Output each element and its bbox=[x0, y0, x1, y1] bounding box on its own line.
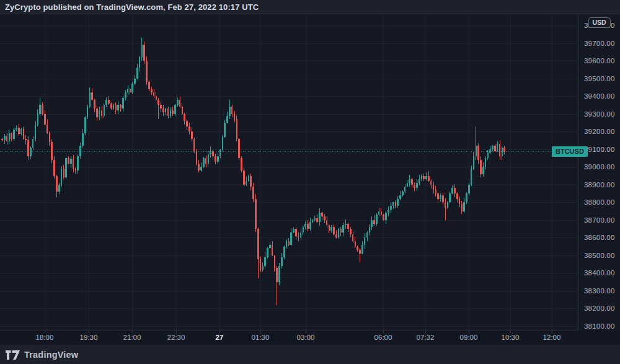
candle bbox=[141, 38, 143, 61]
candle bbox=[388, 206, 389, 216]
candle bbox=[243, 167, 245, 187]
price-tick-label: 39100.00 bbox=[584, 146, 615, 153]
symbol-tag: BTCUSD bbox=[552, 146, 588, 157]
candle bbox=[110, 102, 112, 110]
candle bbox=[157, 98, 159, 119]
candle bbox=[139, 56, 141, 71]
price-tick-label: 38100.00 bbox=[584, 322, 615, 330]
candle bbox=[160, 102, 162, 112]
time-tick-label: 01:30 bbox=[252, 334, 270, 341]
candle bbox=[151, 87, 153, 95]
candle bbox=[252, 183, 254, 202]
candle bbox=[345, 220, 347, 229]
candle bbox=[229, 100, 231, 120]
candle bbox=[355, 237, 356, 248]
candle bbox=[309, 218, 311, 231]
candle bbox=[376, 213, 378, 226]
candle bbox=[117, 101, 119, 114]
candle bbox=[340, 227, 342, 236]
candle bbox=[44, 110, 46, 126]
candle bbox=[392, 202, 394, 209]
candle bbox=[307, 220, 309, 231]
candle bbox=[238, 138, 240, 161]
candle bbox=[485, 156, 487, 169]
price-tick-label: 39300.00 bbox=[584, 110, 615, 118]
candle bbox=[58, 183, 60, 194]
candle bbox=[494, 144, 496, 152]
candle bbox=[94, 99, 95, 113]
candle bbox=[402, 190, 404, 197]
candle bbox=[143, 42, 145, 64]
candle bbox=[316, 215, 318, 223]
candle bbox=[18, 124, 20, 136]
candle bbox=[241, 156, 242, 173]
price-tick-label: 38800.00 bbox=[584, 198, 615, 206]
candle bbox=[30, 146, 32, 159]
candle bbox=[476, 127, 477, 161]
candle bbox=[482, 162, 484, 177]
candle bbox=[414, 182, 415, 191]
time-tick-label: 07:32 bbox=[417, 334, 435, 341]
time-tick-label: 22:30 bbox=[167, 334, 185, 341]
candle bbox=[77, 154, 79, 174]
candle bbox=[364, 233, 366, 249]
candle bbox=[37, 110, 39, 127]
time-tick-label: 10:30 bbox=[502, 334, 520, 341]
candle bbox=[56, 175, 58, 197]
candle bbox=[125, 90, 126, 100]
time-tick-mark bbox=[425, 331, 426, 333]
grid-lines bbox=[0, 14, 578, 331]
candle bbox=[361, 241, 363, 254]
candle bbox=[248, 175, 250, 182]
candle bbox=[451, 185, 453, 195]
candle bbox=[84, 116, 86, 135]
candle bbox=[73, 155, 74, 172]
publication-title: ZyCrypto published on TradingView.com, F… bbox=[5, 2, 259, 12]
candle bbox=[461, 201, 463, 214]
time-tick-label: 19:30 bbox=[80, 334, 98, 341]
candle bbox=[477, 143, 479, 164]
candle bbox=[46, 120, 48, 134]
candle bbox=[234, 111, 236, 122]
time-tick-label: 18:00 bbox=[36, 334, 54, 341]
candle bbox=[267, 247, 268, 259]
time-axis[interactable]: 18:0019:3021:0022:302701:3003:0006:0007:… bbox=[0, 331, 620, 345]
candle bbox=[236, 115, 238, 141]
candle bbox=[170, 107, 172, 118]
candle bbox=[115, 102, 117, 114]
candle bbox=[184, 113, 185, 125]
candle bbox=[447, 202, 449, 209]
candle bbox=[53, 156, 55, 179]
candle bbox=[87, 105, 89, 119]
tradingview-brand[interactable]: TradingView bbox=[6, 350, 78, 360]
candle bbox=[131, 82, 133, 94]
candle bbox=[27, 136, 29, 160]
candle bbox=[319, 208, 321, 226]
candle bbox=[378, 208, 380, 216]
candle bbox=[177, 98, 179, 107]
candle bbox=[70, 156, 72, 167]
candle bbox=[397, 196, 399, 208]
price-axis[interactable]: 39800.0039700.0039600.0039500.0039400.00… bbox=[578, 14, 620, 331]
footer-band: TradingView bbox=[0, 345, 620, 364]
candle bbox=[32, 136, 34, 151]
candle bbox=[347, 223, 349, 232]
candle bbox=[373, 215, 375, 226]
time-tick-mark bbox=[132, 331, 133, 333]
candle bbox=[404, 184, 406, 193]
candle bbox=[269, 242, 271, 249]
candle bbox=[274, 255, 276, 272]
candle bbox=[502, 146, 503, 159]
candle bbox=[288, 238, 290, 246]
candle bbox=[433, 182, 435, 193]
candle bbox=[208, 151, 210, 167]
candlestick-plot[interactable] bbox=[0, 14, 578, 331]
candle bbox=[65, 158, 67, 179]
candle bbox=[99, 107, 100, 120]
candle bbox=[20, 128, 22, 135]
candle bbox=[79, 143, 81, 159]
candle bbox=[113, 104, 115, 110]
candle bbox=[130, 88, 131, 94]
candle bbox=[25, 135, 27, 144]
candle bbox=[255, 194, 257, 232]
